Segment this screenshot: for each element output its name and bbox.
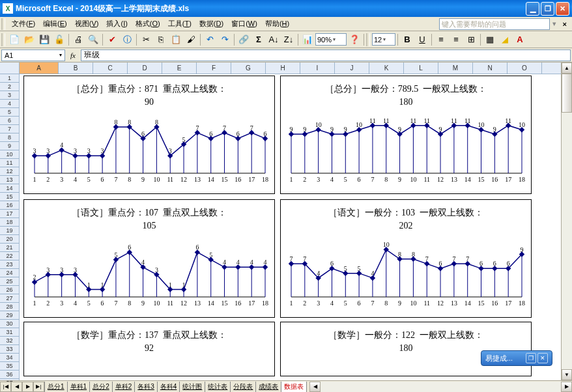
row-header[interactable]: 18 <box>0 218 19 227</box>
row-header[interactable]: 2 <box>0 83 19 91</box>
restore-button[interactable]: ❐ <box>541 2 554 16</box>
font-color-button[interactable]: A <box>513 33 527 47</box>
formula-bar[interactable]: 班级 <box>81 49 571 61</box>
copy-button[interactable]: ⎘ <box>154 33 168 47</box>
scroll-up-button[interactable]: ▲ <box>562 63 572 74</box>
toolbar-handle[interactable] <box>1 33 5 46</box>
tab-nav-button[interactable]: ▶ <box>22 382 33 392</box>
tab-nav-button[interactable]: |◀ <box>0 382 11 392</box>
cut-button[interactable]: ✂ <box>139 33 153 47</box>
redo-button[interactable]: ↷ <box>218 33 232 47</box>
column-header[interactable]: A <box>20 63 59 74</box>
row-header[interactable]: 10 <box>0 150 19 159</box>
fill-color-button[interactable]: ◢ <box>498 33 512 47</box>
column-header[interactable]: D <box>128 63 162 74</box>
row-header[interactable]: 11 <box>0 159 19 167</box>
align-left-button[interactable]: ≡ <box>434 33 448 47</box>
row-header[interactable]: 17 <box>0 210 19 218</box>
print-button[interactable]: 🖨 <box>71 33 85 47</box>
popup-restore-button[interactable]: ❐ <box>526 353 536 363</box>
row-header[interactable]: 9 <box>0 142 19 150</box>
embedded-chart[interactable]: ［语文］重点分：107 重点双上线数：105122333435161758694… <box>23 199 275 318</box>
hyperlink-button[interactable]: 🔗 <box>236 33 251 47</box>
row-header[interactable]: 35 <box>0 362 19 371</box>
sheet-tab[interactable]: 单科2 <box>113 382 136 392</box>
sheet-tab[interactable]: 统计图 <box>180 382 205 392</box>
column-header[interactable]: B <box>59 63 93 74</box>
close-button[interactable]: ✕ <box>556 2 569 16</box>
column-header[interactable]: L <box>404 63 438 74</box>
embedded-chart[interactable]: ［总分］一般分：789.5 一般双上线数：1801929310495961071… <box>280 76 532 194</box>
open-button[interactable]: 📂 <box>22 33 36 47</box>
horizontal-scrollbar[interactable]: ◀ ▶ <box>309 382 572 392</box>
merge-center-button[interactable]: ⊞ <box>464 33 478 47</box>
sort-desc-button[interactable]: Z↓ <box>281 33 296 47</box>
fx-label[interactable]: fx <box>70 51 76 59</box>
popup-close-button[interactable]: ✕ <box>537 353 548 363</box>
row-header[interactable]: 24 <box>0 269 19 277</box>
align-center-button[interactable]: ≡ <box>449 33 463 47</box>
vscroll-thumb[interactable] <box>562 74 572 113</box>
row-header[interactable]: 14 <box>0 184 19 193</box>
row-header[interactable]: 13 <box>0 176 19 184</box>
worksheet-grid[interactable]: ［总分］重点分：871 重点双上线数：901323344353637888961… <box>20 74 561 380</box>
format-painter-button[interactable]: 🖌 <box>184 33 198 47</box>
format-toolbar-handle[interactable] <box>366 33 370 46</box>
column-header[interactable]: K <box>369 63 404 74</box>
new-button[interactable]: 📄 <box>7 33 21 47</box>
save-button[interactable]: 💾 <box>37 33 51 47</box>
minimize-button[interactable]: ▁ <box>526 2 539 16</box>
print-preview-button[interactable]: 🔍 <box>86 33 100 47</box>
menu-o[interactable]: 格式(O) <box>132 18 164 30</box>
sheet-tab[interactable]: 单科1 <box>68 382 91 392</box>
sort-asc-button[interactable]: A↓ <box>266 33 281 47</box>
row-header[interactable]: 33 <box>0 345 19 354</box>
row-header[interactable]: 27 <box>0 294 19 303</box>
scroll-right-button[interactable]: ▶ <box>561 382 572 392</box>
tab-nav-button[interactable]: ◀ <box>11 382 22 392</box>
zoom-combo[interactable]: 90%▾ <box>315 33 347 46</box>
row-header[interactable]: 12 <box>0 167 19 176</box>
row-header[interactable]: 4 <box>0 100 19 108</box>
vertical-scrollbar[interactable]: ▲ ▼ <box>561 63 572 380</box>
bold-button[interactable]: B <box>400 33 414 47</box>
floating-toolbar[interactable]: 易捷成... ❐ ✕ <box>481 350 552 366</box>
menu-h[interactable]: 帮助(H) <box>261 18 293 30</box>
research-button[interactable]: ⓘ <box>120 33 134 47</box>
row-header[interactable]: 3 <box>0 91 19 100</box>
autosum-button[interactable]: Σ <box>251 33 266 47</box>
row-header[interactable]: 28 <box>0 303 19 311</box>
menu-t[interactable]: 工具(T) <box>164 18 195 30</box>
doc-close-button[interactable]: × <box>559 19 571 29</box>
sheet-tab[interactable]: 成绩表 <box>256 382 281 392</box>
sheet-tab[interactable]: 总分2 <box>90 382 113 392</box>
menu-v[interactable]: 视图(V) <box>71 18 103 30</box>
row-header[interactable]: 32 <box>0 337 19 345</box>
row-header[interactable]: 22 <box>0 252 19 260</box>
column-header[interactable]: G <box>231 63 266 74</box>
row-header[interactable]: 6 <box>0 117 19 125</box>
sheet-tab[interactable]: 各科3 <box>135 382 158 392</box>
sheet-tab[interactable]: 数据表 <box>281 382 307 392</box>
row-header[interactable]: 25 <box>0 277 19 286</box>
row-header[interactable]: 36 <box>0 371 19 379</box>
help-dropdown[interactable]: ▾ <box>552 20 556 28</box>
row-header[interactable]: 26 <box>0 286 19 294</box>
help-button[interactable]: ❓ <box>347 33 362 47</box>
sheet-tab[interactable]: 分段表 <box>231 382 256 392</box>
undo-button[interactable]: ↶ <box>203 33 217 47</box>
column-header[interactable]: M <box>438 63 473 74</box>
permission-button[interactable]: 🔓 <box>52 33 66 47</box>
embedded-chart[interactable]: ［语文］一般分：103 一般双上线数：202172734465565748109… <box>280 199 532 318</box>
column-header[interactable]: N <box>473 63 508 74</box>
select-all-corner[interactable] <box>0 63 19 74</box>
embedded-chart[interactable]: ［数学］重点分：137 重点双上线数：92 <box>23 322 275 376</box>
row-header[interactable]: 31 <box>0 328 19 337</box>
menu-i[interactable]: 插入(I) <box>102 18 131 30</box>
scroll-left-button[interactable]: ◀ <box>309 382 321 392</box>
sheet-tab[interactable]: 各科4 <box>158 382 180 392</box>
menu-w[interactable]: 窗口(W) <box>227 18 261 30</box>
row-header[interactable]: 20 <box>0 235 19 244</box>
row-header[interactable]: 34 <box>0 354 19 362</box>
row-header[interactable]: 29 <box>0 311 19 320</box>
